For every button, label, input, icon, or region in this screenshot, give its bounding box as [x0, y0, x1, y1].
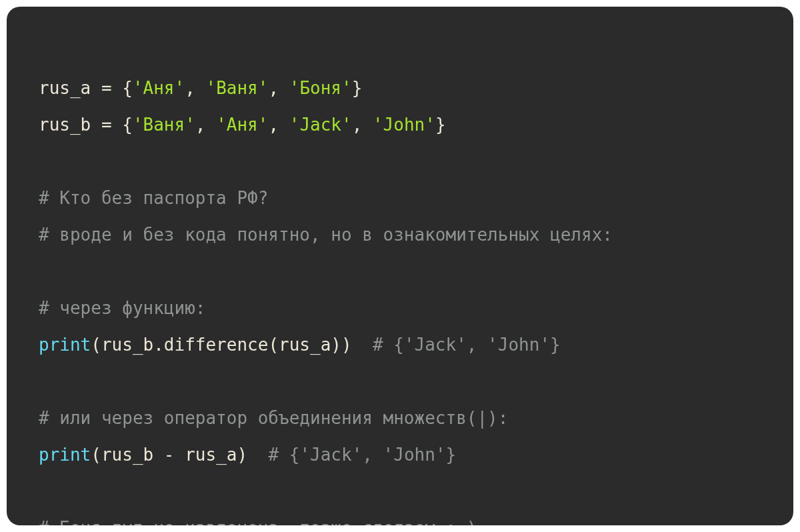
identifier: rus_b	[101, 445, 153, 465]
comment: # через функцию:	[39, 298, 205, 318]
comma: ,	[185, 78, 205, 98]
operator-minus: -	[153, 445, 185, 465]
comment: # Боня тут не извлечена, позже сделаем :…	[39, 518, 477, 525]
string-literal: 'Ваня'	[206, 78, 269, 98]
brace-open: {	[122, 115, 133, 135]
comment: # вроде и без кода понятно, но в ознаком…	[39, 225, 613, 245]
code-line-1: rus_a = {'Аня', 'Ваня', 'Боня'}	[39, 78, 362, 98]
comment: # или через оператор объединения множест…	[39, 408, 508, 428]
code-line-11: print(rus_b - rus_a) # {'Jack', 'John'}	[39, 445, 456, 465]
spacing	[247, 445, 268, 465]
comma: ,	[352, 115, 373, 135]
brace-open: {	[122, 78, 133, 98]
operator-assign: =	[91, 115, 122, 135]
expression: rus_b.difference(rus_a)	[101, 335, 341, 355]
comment: # {'Jack', 'John'}	[373, 335, 561, 355]
comment: # {'Jack', 'John'}	[268, 445, 456, 465]
brace-close: }	[352, 78, 363, 98]
identifier: rus_b	[39, 115, 91, 135]
string-literal: 'Боня'	[289, 78, 352, 98]
builtin-print: print	[39, 335, 91, 355]
identifier: rus_a	[185, 445, 237, 465]
code-line-2: rus_b = {'Ваня', 'Аня', 'Jack', 'John'}	[39, 115, 446, 135]
string-literal: 'Jack'	[289, 115, 352, 135]
paren-close: )	[237, 445, 247, 465]
operator-assign: =	[91, 78, 122, 98]
comment: # Кто без паспорта РФ?	[39, 188, 268, 208]
comma: ,	[195, 115, 216, 135]
builtin-print: print	[39, 445, 91, 465]
paren-open: (	[91, 335, 101, 355]
spacing	[352, 335, 373, 355]
identifier: rus_a	[39, 78, 91, 98]
code-block: rus_a = {'Аня', 'Ваня', 'Боня'} rus_b = …	[7, 7, 793, 525]
string-literal: 'Ваня'	[133, 115, 195, 135]
paren-close: )	[341, 335, 352, 355]
string-literal: 'Аня'	[216, 115, 268, 135]
brace-close: }	[435, 115, 446, 135]
string-literal: 'John'	[373, 115, 435, 135]
paren-open: (	[91, 445, 101, 465]
comma: ,	[268, 78, 289, 98]
code-line-8: print(rus_b.difference(rus_a)) # {'Jack'…	[39, 335, 561, 355]
comma: ,	[268, 115, 289, 135]
string-literal: 'Аня'	[133, 78, 185, 98]
